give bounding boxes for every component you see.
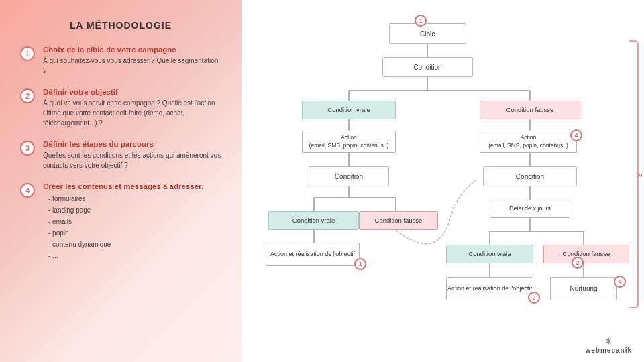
circle-num-2-mid: 2	[572, 257, 584, 269]
step-3: 3 Définir les étapes du parcours Quelles…	[20, 140, 221, 170]
circle-num-4-action2: 4	[570, 129, 582, 141]
step-4: 4 Créer les contenus et messages à adres…	[20, 182, 221, 261]
step-title-1: Choix de la cible de votre campagne	[43, 46, 221, 54]
methodology-title: LA MÉTHODOLOGIE	[20, 20, 221, 31]
step-content-3: Définir les étapes du parcours Quelles s…	[43, 140, 221, 170]
circle-num-4-nurturing: 4	[614, 276, 626, 288]
condition-fausse-1-box: Condition fausse	[480, 101, 580, 119]
condition-2-box: Condition	[309, 166, 389, 186]
step-number-2: 2	[20, 88, 35, 103]
condition-root-box: Condition	[382, 57, 473, 77]
condition-fausse-2-box: Condition fausse	[359, 211, 438, 230]
condition-3-box: Condition	[483, 166, 577, 186]
step-desc-1: À qui souhaitez-vous vous adresser ? Que…	[43, 56, 221, 76]
flowchart-lines	[241, 0, 644, 362]
condition-vraie-3-box: Condition vraie	[446, 245, 533, 263]
right-panel: 1 Cible Condition Condition vraie Condit…	[241, 0, 644, 362]
step-title-4: Créer les contenus et messages à adresse…	[43, 182, 221, 190]
circle-num-2-obj2: 2	[528, 292, 540, 304]
condition-vraie-1-box: Condition vraie	[302, 101, 396, 119]
list-item-contenu: contenu dynamique	[48, 239, 221, 250]
step-list-4: formulaires landing page emails popin co…	[48, 193, 221, 261]
circle-num-1: 1	[415, 15, 427, 27]
condition-fausse-3-box: Condition fausse	[543, 245, 629, 263]
logo-star: ✳	[604, 336, 612, 347]
left-panel: LA MÉTHODOLOGIE 1 Choix de la cible de v…	[0, 0, 241, 362]
step-content-4: Créer les contenus et messages à adresse…	[43, 182, 221, 261]
cible-box: Cible	[389, 23, 466, 44]
webmekanik-logo: ✳ webmecanik	[586, 336, 632, 354]
step-title-3: Définir les étapes du parcours	[43, 140, 221, 148]
list-item-dots: ...	[48, 250, 221, 261]
circle-num-2-obj1: 2	[354, 258, 366, 270]
logo-text: webmecanik	[586, 347, 632, 354]
delai-box: Délai de x jours	[490, 200, 570, 218]
action-objectif-1-box: Action et réalisation de l'objectif	[266, 243, 360, 266]
step-desc-3: Quelles sont les conditions et les actio…	[43, 150, 221, 170]
action-2-box: Action (email, SMS, popin, contenus..)	[480, 131, 577, 153]
step-content-2: Définir votre objectif À quoi va vous se…	[43, 88, 221, 128]
step-2: 2 Définir votre objectif À quoi va vous …	[20, 88, 221, 128]
step-title-2: Définir votre objectif	[43, 88, 221, 96]
step-desc-2: À quoi va vous servir cette campagne ? Q…	[43, 98, 221, 128]
action-1-box: Action (email, SMS, popin, contenus..)	[302, 131, 396, 153]
list-item-formulaires: formulaires	[48, 193, 221, 204]
step-number-3: 3	[20, 141, 35, 156]
condition-vraie-2-box: Condition vraie	[268, 211, 359, 230]
action-objectif-2-box: Action et réalisation de l'objectif	[446, 277, 533, 300]
step-1: 1 Choix de la cible de votre campagne À …	[20, 46, 221, 76]
list-item-landing: landing page	[48, 204, 221, 216]
step-number-4: 4	[20, 183, 35, 198]
step-content-1: Choix de la cible de votre campagne À qu…	[43, 46, 221, 76]
list-item-popin: popin	[48, 227, 221, 239]
bracket-label: 3	[635, 173, 643, 177]
list-item-emails: emails	[48, 216, 221, 227]
step-number-1: 1	[20, 46, 35, 61]
nurturing-box: Nurturing	[550, 277, 617, 300]
